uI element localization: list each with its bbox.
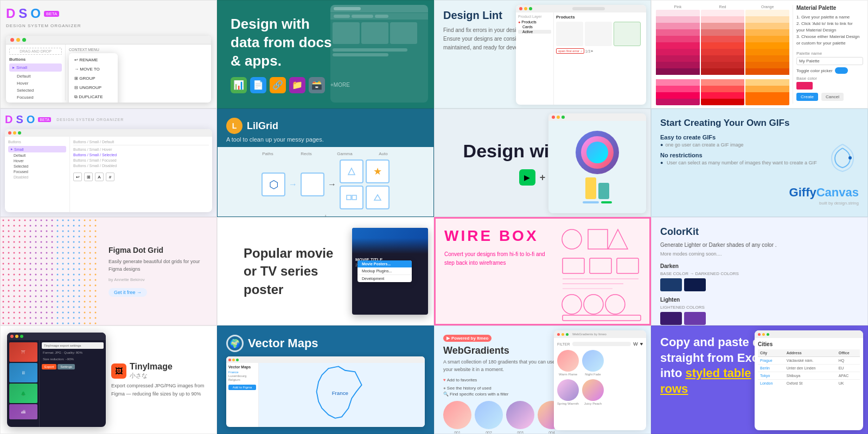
add-to-figma-button[interactable]: Add to Figma	[228, 385, 256, 390]
icon-button-3[interactable]: A	[95, 173, 104, 181]
tinyimage-settings-btn[interactable]: Settings	[58, 364, 75, 369]
svg-rect-10	[28, 218, 55, 325]
svg-point-13	[562, 229, 582, 249]
ungroup-item[interactable]: ⊟ UNGROUP	[69, 83, 118, 92]
svg-rect-17	[590, 258, 611, 273]
svg-point-4	[848, 156, 852, 159]
design-with-data-title: Design with data from docs & apps.	[231, 15, 339, 70]
giffy-title: Start Creating Your Own GIFs	[660, 118, 859, 129]
city-london: London	[758, 380, 784, 387]
dot-grid-desc: Easily generate beautiful dot grids for …	[108, 258, 208, 273]
svg-text:France: France	[332, 390, 348, 396]
selected-item[interactable]: Selected	[9, 87, 62, 94]
office-london: UK	[837, 380, 860, 387]
colorkit-desc: Generate Lighter or Darker shades of any…	[660, 241, 859, 249]
office-tokyo: APAC	[837, 372, 860, 380]
svg-rect-9	[1, 218, 28, 325]
lottie-logo-icon: ▶	[519, 169, 535, 186]
cell-design-with-data: Design with data from docs & apps. 📊 📄 🔗…	[217, 0, 434, 108]
webgradients-mockup: WebGradients by Itmeo FILTER W ♥ Warm Fl…	[554, 330, 646, 430]
lottie-preview-mockup	[548, 113, 646, 213]
gradient-003: 003 Spring Warmth Copy CSS	[506, 401, 534, 434]
cell-design-with-lottie: Design with Lottie ▶ + ✦	[434, 108, 651, 217]
poster-mockup: MOVIE TITLE 2024 Movie Posters... Mockup…	[352, 228, 428, 315]
sheets-icon: 📊	[231, 77, 247, 93]
light-swatch-2	[684, 312, 706, 325]
dso-logo-area: D S O BETA	[6, 6, 211, 21]
cell-table-paste: Copy and paste data straight from Excel …	[651, 326, 868, 434]
vector-maps-preview: Vector Maps France Luxembourg Belgium Ad…	[226, 356, 425, 427]
tinyimage-export-btn[interactable]: Export	[42, 364, 56, 369]
colorkit-coming-soon: More modes coming soon....	[660, 251, 859, 257]
city-tokyo: Tokyo	[758, 372, 784, 380]
mockup-plugins-option[interactable]: Mockup Plugins...	[358, 267, 412, 275]
cell-lilgrid: L LilGrid A tool to clean up your messy …	[217, 108, 434, 217]
workflow-node-3	[340, 159, 363, 183]
icon-button-1[interactable]: ↩	[73, 173, 82, 181]
disabled-item: Disabled	[9, 101, 62, 103]
create-button[interactable]: Create	[796, 93, 818, 101]
svg-point-22	[562, 295, 582, 314]
lilgrid-title: LilGrid	[247, 120, 278, 132]
development-option[interactable]: Development	[358, 275, 412, 282]
cell-material-palette: Pink	[651, 0, 868, 108]
dot-grid-text: Figma Dot Grid Easily generate beautiful…	[100, 218, 216, 325]
icon-button-2[interactable]: ⊞	[84, 173, 93, 181]
dark-swatch-1	[660, 278, 682, 291]
db-icon: 🗃️	[309, 77, 325, 93]
small-button-item[interactable]: ▸ Small	[9, 63, 62, 72]
lottie-plus: +	[540, 172, 546, 183]
icon-button-4[interactable]: #	[106, 173, 114, 181]
dot-grid-button[interactable]: Get it free →	[108, 288, 147, 297]
wire-box-desc: Convert your designs from hi-fi to lo-fi…	[444, 250, 548, 267]
docs-icon: 📄	[250, 77, 266, 93]
move-to-item[interactable]: → MOVE TO	[69, 65, 118, 74]
dark-swatch-2	[684, 278, 706, 291]
office-prague: HQ	[837, 357, 860, 365]
context-menu-label: CONTEXT MENU	[69, 48, 208, 52]
office-berlin: EU	[837, 365, 860, 372]
powered-by-badge: ▶ Powered by Itmeo	[443, 335, 492, 342]
dso-sidebar: DRAG AND DROP Buttons ▸ Small Default Ho…	[6, 44, 66, 100]
dot-grid-author: by Annette Bekirov	[108, 277, 208, 282]
cancel-button[interactable]: Cancel	[821, 93, 844, 101]
link-icon: 🔗	[270, 77, 286, 93]
tinyimage-desc: Export compressed JPG/PNG images from Fi…	[111, 382, 210, 398]
addr-prague: Václavské nám.	[784, 357, 837, 365]
lighten-label: Lighten	[660, 297, 859, 303]
palette-instructions: 1. Give your palette a name 2. Click 'Ad…	[796, 14, 863, 47]
rename-item[interactable]: ↩ RENAME	[69, 55, 118, 65]
svg-rect-18	[617, 258, 639, 273]
svg-rect-2	[352, 195, 356, 200]
lilgrid-logo: L	[226, 118, 242, 134]
main-grid: D S O BETA DESIGN SYSTEM ORGANIZER DRAG …	[0, 0, 868, 434]
light-swatch-1	[660, 312, 682, 325]
cell-tinyimage: ⛩ 🖥 🌲 🏙 TinyImage export settings Format…	[0, 326, 217, 434]
logo-o: O	[30, 6, 41, 21]
svg-rect-1	[347, 195, 351, 200]
focused-item[interactable]: Focused	[9, 94, 62, 101]
hover-item[interactable]: Hover	[9, 80, 62, 87]
svg-marker-3	[374, 195, 381, 200]
cell-design-system-organizer: D S O BETA DESIGN SYSTEM ORGANIZER DRAG …	[0, 0, 217, 108]
data-screenshot-mockup	[330, 5, 428, 103]
cell-colorkit: ColorKit Generate Lighter or Darker shad…	[651, 217, 868, 326]
default-item[interactable]: Default	[9, 73, 62, 80]
wire-box-title: WIRE BOX	[444, 227, 548, 245]
col-address: Address	[784, 349, 837, 357]
giffy-illustration	[826, 142, 859, 174]
duplicate-item[interactable]: ⧉ DUPLICATE	[69, 92, 118, 102]
delete-item[interactable]: 🗑 DELETE	[69, 102, 118, 103]
dot-grid-title: Figma Dot Grid	[108, 246, 208, 254]
tinyimage-title: TinyImage	[130, 362, 173, 372]
drag-drop-label: DRAG AND DROP	[9, 48, 62, 55]
palette-config-title: Material Palette	[796, 5, 863, 11]
workflow-node-1: ⬡	[261, 173, 285, 196]
svg-rect-25	[563, 315, 641, 321]
group-item[interactable]: ⊞ GROUP	[69, 74, 118, 83]
dso-titlebar	[6, 36, 211, 44]
palette-left: Pink	[656, 5, 789, 104]
palette-config-panel: Material Palette 1. Give your palette a …	[793, 5, 863, 104]
movie-posters-option[interactable]: Movie Posters...	[358, 260, 412, 267]
tinyimage-subtitle: 小さな	[130, 372, 173, 380]
